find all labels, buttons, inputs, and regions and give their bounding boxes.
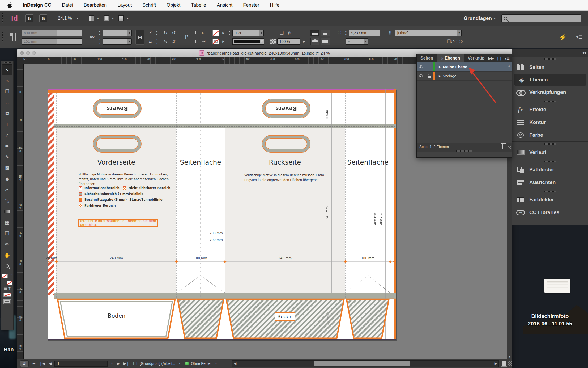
- line-tool[interactable]: ∕: [2, 130, 12, 141]
- free-transform-tool[interactable]: ⤡: [2, 195, 12, 206]
- window-resize-grip[interactable]: [508, 361, 512, 366]
- preflight-alert-button[interactable]: ⚙!: [20, 360, 29, 367]
- dock-item-farbfelder[interactable]: Farbfelder: [512, 193, 588, 206]
- scroll-up-icon[interactable]: ▲: [508, 64, 511, 67]
- flip-horizontal-icon[interactable]: ⇋: [162, 38, 169, 45]
- scroll-right-icon[interactable]: ▶: [495, 362, 497, 365]
- scroll-left-icon[interactable]: ◀: [234, 362, 236, 365]
- dock-item-pathfinder[interactable]: Pathfinder: [512, 163, 588, 176]
- select-container2-icon[interactable]: ⇥: [200, 38, 207, 45]
- select-container-icon[interactable]: P: [183, 34, 190, 41]
- dock-group-handle[interactable]: [512, 189, 588, 193]
- horizontal-scroll-thumb[interactable]: [314, 361, 410, 366]
- opacity-field[interactable]: 100 %: [277, 38, 300, 45]
- expand-arrow-icon[interactable]: ▶: [439, 74, 441, 77]
- corner-radius-field[interactable]: 4,233 mm: [349, 30, 380, 36]
- window-minimize-button[interactable]: [26, 51, 30, 55]
- quick-apply-icon[interactable]: ⚡: [559, 34, 567, 41]
- dock-group-handle[interactable]: [512, 57, 588, 61]
- menu-datei[interactable]: Datei: [62, 2, 73, 8]
- panel-menu-icon[interactable]: ▾☰: [505, 56, 510, 60]
- stroke-style-dropdown[interactable]: ▼: [232, 38, 264, 45]
- error-dropdown-icon[interactable]: ▼: [215, 362, 217, 365]
- window-zoom-button[interactable]: [32, 51, 36, 55]
- menu-objekt[interactable]: Objekt: [167, 2, 180, 8]
- wrap-bounding-toggle[interactable]: [321, 30, 330, 36]
- die-cut-template-page[interactable]: Revers Revers Vorderseite Seitenfläche R…: [48, 89, 396, 340]
- scale-x-field[interactable]: ▼: [103, 30, 132, 36]
- layer-row-vorlage[interactable]: ▶ Vorlage: [417, 72, 512, 81]
- stroke-weight-field[interactable]: 0 Pt▼: [232, 30, 264, 36]
- menu-bearbeiten[interactable]: Bearbeiten: [84, 2, 107, 8]
- select-previous-object-icon[interactable]: ⬆: [192, 30, 199, 36]
- menu-indesign-cc[interactable]: InDesign CC: [23, 2, 51, 8]
- dock-item-seiten[interactable]: Seiten: [512, 61, 588, 74]
- y-position-field[interactable]: 151 mm: [22, 38, 57, 45]
- object-style-dropdown[interactable]: [Ohne]▼: [395, 30, 462, 36]
- x-position-field[interactable]: 830 mm: [22, 30, 57, 36]
- type-tool[interactable]: T: [2, 119, 12, 130]
- profile-dropdown-icon[interactable]: ▼: [178, 362, 181, 365]
- screen-mode-toggle[interactable]: [3, 299, 11, 304]
- panel-resize-grip[interactable]: [508, 146, 511, 149]
- view-options-button[interactable]: ▼: [89, 14, 99, 22]
- error-status[interactable]: Ohne Fehler: [191, 361, 212, 366]
- dock-item-cc-libraries[interactable]: ∞CC Libraries: [512, 206, 588, 219]
- formatting-affects-text-icon[interactable]: T: [8, 287, 10, 291]
- scroll-down-icon[interactable]: ▼: [507, 355, 512, 358]
- preflight-doc-icon[interactable]: ❏: [133, 361, 137, 366]
- page-tool[interactable]: ❐: [2, 86, 12, 97]
- gradient-tool[interactable]: [2, 206, 12, 217]
- corner-shape-dropdown[interactable]: ⌐▼: [346, 38, 368, 45]
- dock-group-handle[interactable]: [512, 142, 588, 146]
- stroke-swatch[interactable]: [7, 281, 12, 285]
- visibility-toggle[interactable]: [417, 72, 425, 80]
- reference-point-grid[interactable]: [10, 33, 18, 41]
- wrap-object-toggle[interactable]: [310, 38, 319, 45]
- menu-layout[interactable]: Layout: [117, 2, 132, 8]
- screen-mode-button[interactable]: ▼: [104, 14, 114, 22]
- arrange-documents-button[interactable]: ▼: [118, 14, 129, 22]
- clear-overrides-icon[interactable]: ❒⭯: [447, 38, 455, 45]
- layer-name[interactable]: Meine Ebene: [443, 65, 467, 69]
- fill-color-swatch[interactable]: [212, 30, 219, 36]
- constrain-proportions-broken-icon[interactable]: ⚮: [89, 34, 96, 41]
- dock-item-kontur[interactable]: Kontur: [512, 116, 588, 129]
- controlbar-drag-handle[interactable]: [2, 32, 3, 42]
- next-page-icon[interactable]: ▶: [117, 361, 120, 366]
- first-page-icon[interactable]: ❘◀: [39, 361, 45, 366]
- layer-name[interactable]: Vorlage: [443, 74, 457, 78]
- tab-verknuepfungen[interactable]: Verknüp: [464, 54, 488, 62]
- expand-arrow-icon[interactable]: ▶: [439, 65, 441, 68]
- select-content-icon[interactable]: ⇤: [200, 30, 207, 36]
- zoom-level-dropdown[interactable]: 24,1 %: [58, 16, 72, 21]
- scissors-tool[interactable]: ✂: [2, 184, 12, 195]
- gap-tool[interactable]: ↔: [2, 97, 12, 108]
- dock-item-verlauf[interactable]: Verlauf: [512, 146, 588, 159]
- swap-fill-stroke-icon[interactable]: ⇄: [10, 273, 12, 276]
- dock-group-handle[interactable]: [512, 99, 588, 103]
- search-input[interactable]: [501, 14, 581, 22]
- pencil-tool[interactable]: ✎: [2, 152, 12, 162]
- panel-bottom-drag-bar[interactable]: [417, 150, 512, 152]
- menu-fenster[interactable]: Fenster: [243, 2, 259, 8]
- menu-tabelle[interactable]: Tabelle: [191, 2, 206, 8]
- menu-schrift[interactable]: Schrift: [142, 2, 156, 8]
- effects-menu-icon[interactable]: fx.: [287, 30, 293, 36]
- transparency-icon[interactable]: ❏: [278, 30, 285, 36]
- toolbar-drag-handle[interactable]: [4, 62, 11, 63]
- last-page-icon[interactable]: ▶❘: [123, 361, 130, 366]
- dock-item-verknuepfungen[interactable]: Verknüpfungen: [512, 86, 588, 99]
- dock-item-farbe[interactable]: Farbe: [512, 129, 588, 141]
- rotate-ccw-icon[interactable]: ↺: [170, 30, 177, 36]
- quick-apply-remove-icon[interactable]: ⬚⨯: [456, 38, 464, 45]
- workspace-switcher[interactable]: Grundlagen: [463, 15, 492, 21]
- desktop-file-label-line2[interactable]: 2016-06...11.01.55: [512, 321, 588, 327]
- rotate-cw-icon[interactable]: ↻: [162, 30, 169, 36]
- appbar-drag-handle[interactable]: [2, 13, 3, 23]
- window-close-button[interactable]: [20, 51, 24, 55]
- panel-collapse-icon[interactable]: ▶▶: [488, 56, 494, 60]
- stroke-color-swatch[interactable]: [212, 39, 219, 44]
- layer-row-meine-ebene[interactable]: ▶ Meine Ebene: [417, 62, 512, 72]
- delete-layer-button[interactable]: [502, 144, 503, 148]
